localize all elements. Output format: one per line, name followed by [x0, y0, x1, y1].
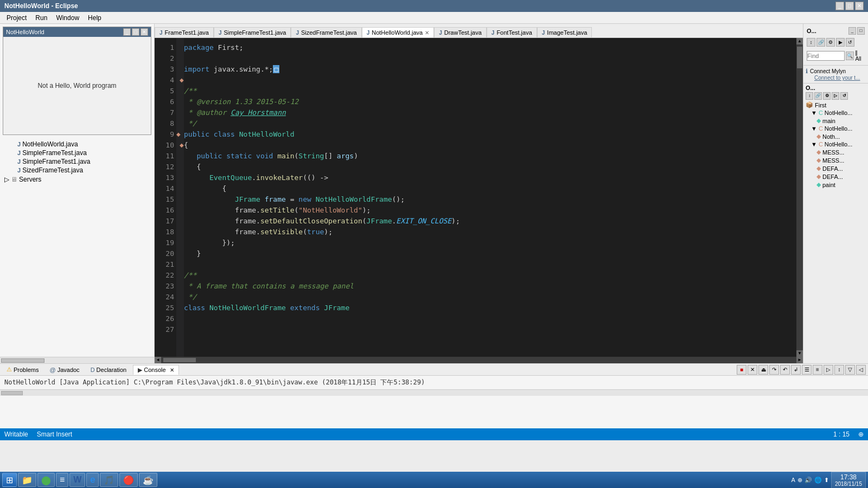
field-icon-5: ◆: [816, 173, 821, 180]
outline-btn-1[interactable]: ↕: [806, 92, 813, 100]
menu-window[interactable]: Window: [52, 13, 84, 23]
outline-btn-5[interactable]: ↺: [840, 92, 848, 100]
chrome-btn[interactable]: ⬤: [37, 473, 55, 487]
horizontal-scrollbar[interactable]: ◄ ►: [155, 357, 803, 363]
tab-sizedframe[interactable]: J SizedFrameTest.java: [291, 27, 361, 37]
clock[interactable]: 17:38 2018/11/15: [831, 472, 866, 489]
outline-nothello1[interactable]: ▼ C NotHello...: [803, 109, 868, 117]
scroll-up-btn[interactable]: ▲: [796, 38, 803, 44]
problems-icon: ⚠: [7, 366, 12, 373]
tab-simpleframe1[interactable]: J SimpleFrameTest1.java: [214, 27, 291, 37]
javadoc-label: Javadoc: [58, 367, 80, 373]
outline-defa2[interactable]: ◆ DEFA...: [803, 172, 868, 181]
connect-link[interactable]: Connect to your t...: [806, 75, 866, 81]
scroll-right-btn[interactable]: ►: [796, 357, 803, 363]
file-explorer-btn[interactable]: 📁: [18, 473, 36, 487]
tree-item-simple-frame[interactable]: J SimpleFrameTest.java: [2, 149, 152, 157]
h-scroll-thumb[interactable]: [163, 358, 196, 362]
java-icon-2: J: [17, 150, 21, 156]
tri-expand-2: ▼: [811, 125, 817, 132]
console-action-6[interactable]: ▷: [824, 365, 833, 375]
code-area[interactable]: 1 2 3 4 5 6 7 8 9 10 11 12 13 14 15 16 1…: [155, 38, 803, 357]
console-close[interactable]: ✕: [170, 367, 174, 373]
maximize-btn[interactable]: □: [845, 2, 854, 10]
outline-paint[interactable]: ◆ paint: [803, 181, 868, 189]
preview-minimize[interactable]: _: [123, 28, 131, 36]
tab-imagetest[interactable]: J ImageTest.java: [537, 27, 592, 37]
tab-declaration[interactable]: D Declaration: [86, 365, 131, 374]
console-action-4[interactable]: ☰: [802, 365, 812, 375]
find-all-label[interactable]: ‖ All: [855, 50, 865, 62]
tab-console[interactable]: ▶ Console ✕: [133, 365, 178, 375]
tab-frametest1[interactable]: J FrameTest1.java: [155, 27, 214, 37]
tab-drawtest[interactable]: J DrawTest.java: [434, 27, 487, 37]
tab-close-4[interactable]: ✕: [425, 30, 429, 36]
outline-maximize[interactable]: □: [857, 27, 865, 35]
servers-item[interactable]: ▷ 🖥 Servers: [2, 175, 152, 184]
console-terminate-btn[interactable]: ✕: [748, 365, 757, 375]
word-btn[interactable]: W: [69, 473, 85, 487]
taskbar-btn-6[interactable]: 🔴: [119, 473, 138, 487]
outline-defa1[interactable]: ◆ DEFA...: [803, 164, 868, 172]
tree-item-sized-frame[interactable]: J SizedFrameTest.java: [2, 166, 152, 175]
outline-btn-2[interactable]: 🔗: [814, 92, 822, 100]
tree-item-simple-frame1[interactable]: J SimpleFrameTest1.java: [2, 157, 152, 166]
console-action-1[interactable]: ↷: [769, 365, 779, 375]
scroll-thumb[interactable]: [1, 358, 44, 363]
menu-help[interactable]: Help: [84, 13, 106, 23]
console-action-2[interactable]: ↶: [780, 365, 790, 375]
java-taskbar-btn[interactable]: ☕: [139, 473, 157, 487]
ie-btn[interactable]: e: [86, 473, 99, 487]
scroll-left-btn[interactable]: ◄: [155, 357, 161, 363]
outline-nothello3[interactable]: ▼ C NotHello...: [803, 140, 868, 148]
tab-problems[interactable]: ⚠ Problems: [2, 365, 43, 374]
console-action-9[interactable]: ◁: [856, 365, 866, 375]
console-action-8[interactable]: ▽: [845, 365, 855, 375]
close-btn[interactable]: ✕: [855, 2, 864, 10]
action-icon-4[interactable]: ▶: [836, 38, 845, 47]
scroll-thumb-code[interactable]: [797, 47, 802, 68]
outline-mess1[interactable]: ◆ MESS...: [803, 148, 868, 156]
outline-nothello2[interactable]: ▼ C NotHello...: [803, 125, 868, 132]
console-action-7[interactable]: ↕: [834, 365, 844, 375]
console-action-5[interactable]: ≡: [813, 365, 822, 375]
console-disconnect-btn[interactable]: ⏏: [758, 365, 768, 375]
action-icon-2[interactable]: 🔗: [816, 38, 825, 47]
taskbar-btn-3[interactable]: ≡: [56, 473, 68, 487]
action-icon-1[interactable]: ↕: [807, 38, 815, 47]
preview-maximize[interactable]: □: [132, 28, 139, 36]
outline-btn-4[interactable]: ▷: [832, 92, 839, 100]
tab-javadoc[interactable]: @ Javadoc: [45, 365, 84, 374]
action-icon-5[interactable]: ↺: [846, 38, 854, 47]
bottom-scroll-thumb[interactable]: [1, 391, 23, 395]
menu-project[interactable]: Project: [2, 13, 31, 23]
field-icon-2: ◆: [816, 149, 821, 156]
action-icon-3[interactable]: ⚙: [826, 38, 835, 47]
outline-mess2[interactable]: ◆ MESS...: [803, 156, 868, 164]
code-editor[interactable]: package First; import javax.swing.*;□ /*…: [184, 38, 796, 357]
outline-noth[interactable]: ◆ Noth...: [803, 132, 868, 140]
start-btn[interactable]: ⊞: [2, 473, 17, 487]
find-input[interactable]: [807, 51, 845, 61]
outline-minimize[interactable]: _: [848, 27, 856, 35]
tab-fonttest[interactable]: J FontTest.java: [487, 27, 537, 37]
code-scrollbar[interactable]: ▲ ▼: [796, 38, 803, 357]
console-action-3[interactable]: ↲: [791, 365, 801, 375]
tab-nothelloworld[interactable]: J NotHelloWorld.java ✕: [362, 27, 435, 38]
bottom-scrollbar[interactable]: [0, 389, 868, 396]
preview-close[interactable]: ✕: [141, 28, 148, 36]
scroll-down-btn[interactable]: ▼: [796, 350, 803, 357]
taskbar-btn-5[interactable]: 🎵: [100, 473, 118, 487]
outline-first[interactable]: 📦 First: [803, 101, 868, 109]
outline-main[interactable]: ◆ main: [803, 117, 868, 125]
minimize-btn[interactable]: _: [835, 2, 844, 10]
tree-item-not-hello-world[interactable]: J NotHelloWorld.java: [2, 140, 152, 149]
left-scrollbar[interactable]: [0, 357, 154, 363]
find-button[interactable]: 🔍: [846, 52, 854, 60]
console-icon: ▶: [138, 367, 142, 374]
outline-btn-3[interactable]: ⚙: [823, 92, 831, 100]
menu-run[interactable]: Run: [31, 13, 52, 23]
tray-icon-5: ⬆: [824, 477, 829, 484]
console-stop-btn[interactable]: ■: [737, 365, 746, 375]
method-icon-1: ◆: [816, 117, 821, 124]
